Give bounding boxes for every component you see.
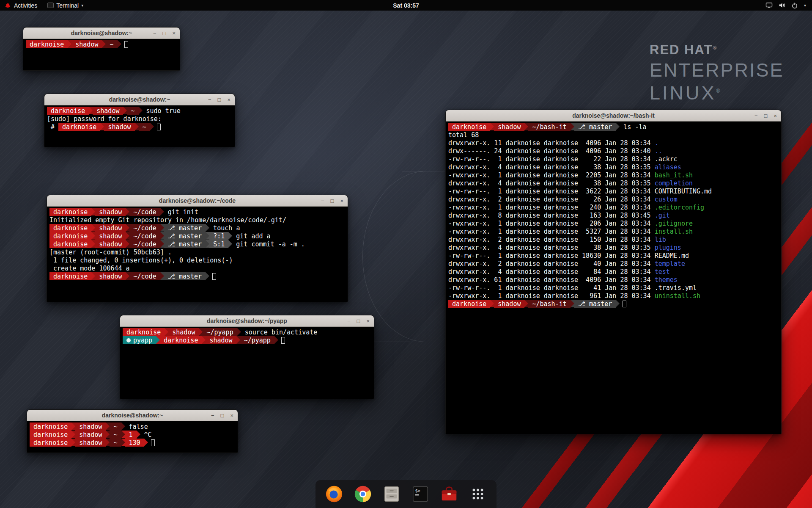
dock-chrome[interactable] <box>353 484 373 504</box>
terminal-text: ls -la <box>620 123 646 131</box>
powerline-arrow <box>206 224 209 232</box>
terminal-line: -rwxrwxr-x. 1 darknoise darknoise 2205 J… <box>448 171 779 179</box>
prompt-segment-user: darknoise <box>30 439 71 447</box>
dock: $> <box>315 480 497 508</box>
dock-firefox[interactable] <box>324 484 344 504</box>
powerline-arrow <box>616 123 620 130</box>
window-titlebar[interactable]: darknoise@shadow:~ − □ × <box>44 94 235 105</box>
dock-app-grid[interactable] <box>468 484 488 504</box>
prompt-segment-git: ⎇ master <box>164 240 206 248</box>
powerline-arrow <box>274 336 278 344</box>
close-button[interactable]: × <box>340 198 343 204</box>
app-grid-icon <box>468 484 488 504</box>
terminal-line: -rw-rw-r--. 1 darknoise darknoise 3622 J… <box>448 187 779 195</box>
powerline-arrow <box>126 232 129 240</box>
powerline-arrow <box>228 240 232 248</box>
window-titlebar[interactable]: darknoise@shadow:~/bash-it − □ × <box>446 110 781 121</box>
terminal-content[interactable]: darknoiseshadow~ falsedarknoiseshadow~1 … <box>27 421 238 453</box>
prompt-segment-user: darknoise <box>49 240 91 248</box>
close-button[interactable]: × <box>774 113 777 119</box>
terminal-line: darknoiseshadow~ sudo true <box>47 107 232 115</box>
prompt-segment-git: ⎇ master <box>574 300 616 308</box>
minimize-button[interactable]: − <box>347 318 351 324</box>
window-titlebar[interactable]: darknoise@shadow:~/code − □ × <box>47 195 348 207</box>
clock[interactable]: Sat 03:57 <box>393 2 419 9</box>
close-button[interactable]: × <box>366 318 370 324</box>
terminal-text: completion <box>655 179 693 187</box>
window-titlebar[interactable]: darknoise@shadow:~ − □ × <box>27 410 238 421</box>
powerline-arrow <box>571 123 574 130</box>
window-controls: − □ × <box>321 195 343 206</box>
minimize-button[interactable]: − <box>321 198 324 204</box>
close-button[interactable]: × <box>227 97 230 102</box>
prompt-segment-host: shadow <box>95 232 126 240</box>
powerline-arrow <box>144 439 148 446</box>
terminal-text: plugins <box>655 243 681 251</box>
maximize-button[interactable]: □ <box>331 198 334 204</box>
powerline-arrow <box>160 240 164 248</box>
chevron-down-icon: ▾ <box>81 3 83 8</box>
dock-terminal[interactable]: $> <box>410 484 431 504</box>
terminal-line: darknoiseshadow~/bash-it⎇ master ls -la <box>448 123 779 131</box>
powerline-arrow <box>121 431 125 438</box>
terminal-line: drwxrwxr-x. 2 darknoise darknoise 26 Jan… <box>448 195 779 203</box>
prompt-segment-git: ⎇ master <box>574 123 616 131</box>
terminal-text: drwxrwxr-x. 4 darknoise darknoise 38 Jan… <box>448 163 655 171</box>
maximize-button[interactable]: □ <box>163 30 166 36</box>
terminal-content[interactable]: darknoiseshadow~ sudo true[sudo] passwor… <box>44 105 235 147</box>
toolbox-icon <box>439 484 459 504</box>
powerline-arrow <box>123 107 127 114</box>
terminal-text: -rwxrwxr-x. 1 darknoise darknoise 5327 J… <box>448 227 655 235</box>
terminal-text: lib <box>655 235 666 243</box>
powerline-arrow <box>100 123 104 130</box>
terminal-content[interactable]: darknoiseshadow~/pyapp source bin/activa… <box>120 327 374 399</box>
window-titlebar[interactable]: darknoise@shadow:~/pyapp − □ × <box>120 315 374 327</box>
powerline-arrow <box>126 208 129 215</box>
window-title: darknoise@shadow:~/pyapp <box>120 315 374 326</box>
window-controls: − □ × <box>153 28 176 39</box>
chrome-icon <box>353 484 373 504</box>
powerline-arrow <box>150 123 154 130</box>
terminal-text: test <box>655 268 670 276</box>
system-status-area[interactable]: ▾ <box>765 2 812 9</box>
maximize-button[interactable]: □ <box>221 413 224 418</box>
prompt-segment-user: darknoise <box>26 40 68 48</box>
terminal-text: -rwxrwxr-x. 1 darknoise darknoise 961 Ja… <box>448 292 655 300</box>
close-button[interactable]: × <box>172 30 176 36</box>
minimize-button[interactable]: − <box>211 413 214 418</box>
terminal-text: drwxrwxr-x. 11 darknoise darknoise 4096 … <box>448 139 655 147</box>
terminal-content[interactable]: darknoiseshadow~/code git initInitialize… <box>47 207 348 302</box>
terminal-content[interactable]: darknoiseshadow~ <box>23 39 180 70</box>
terminal-text: .. <box>655 147 662 155</box>
maximize-button[interactable]: □ <box>357 318 360 324</box>
terminal-app-icon <box>47 3 54 8</box>
terminal-line: darknoiseshadow~ false <box>30 422 235 431</box>
app-menu-terminal[interactable]: Terminal ▾ <box>43 0 88 11</box>
volume-icon <box>779 2 785 8</box>
dock-toolbox[interactable] <box>439 484 459 504</box>
terminal-line: [sudo] password for darknoise: <box>47 115 232 123</box>
prompt-segment-git: ⎇ master <box>164 272 206 280</box>
terminal-content[interactable]: darknoiseshadow~/bash-it⎇ master ls -lat… <box>446 121 781 434</box>
maximize-button[interactable]: □ <box>218 97 221 102</box>
minimize-button[interactable]: − <box>208 97 211 102</box>
window-title: darknoise@shadow:~/bash-it <box>446 110 781 121</box>
maximize-button[interactable]: □ <box>764 113 768 119</box>
powerline-arrow <box>91 272 95 280</box>
prompt-segment-code: 130 <box>125 439 144 447</box>
minimize-button[interactable]: − <box>153 30 156 36</box>
window-titlebar[interactable]: darknoise@shadow:~ − □ × <box>23 28 180 39</box>
minimize-button[interactable]: − <box>754 113 758 119</box>
powerline-arrow <box>199 328 203 336</box>
terminal-line: create mode 100644 a <box>49 264 345 272</box>
rhel-branding: RED HAT® ENTERPRISE LINUX® <box>650 42 784 104</box>
prompt-segment-host: shadow <box>95 272 126 280</box>
terminal-text: -rw-rw-r--. 1 darknoise darknoise 18630 … <box>448 251 655 260</box>
dock-files[interactable] <box>381 484 402 504</box>
activities-button[interactable]: Activities <box>3 0 41 11</box>
close-button[interactable]: × <box>230 413 233 418</box>
prompt-segment-host: shadow <box>104 123 134 131</box>
terminal-line: -rw-rw-r--. 1 darknoise darknoise 18630 … <box>448 251 779 260</box>
top-bar-left: Activities Terminal ▾ <box>0 0 88 11</box>
terminal-cursor <box>151 439 155 446</box>
